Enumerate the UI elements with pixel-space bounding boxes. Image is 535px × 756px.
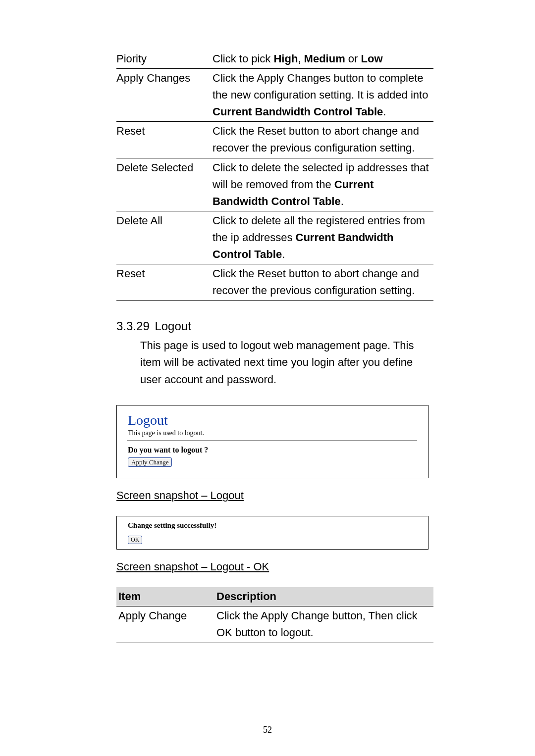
definition-table-2: Item Description Apply ChangeClick the A… — [116, 587, 433, 643]
table-desc-cell: Click the Reset button to abort change a… — [213, 264, 433, 301]
table-desc-cell: Click the Reset button to abort change a… — [213, 122, 433, 158]
table-desc-cell: Click to delete all the registered entri… — [213, 211, 433, 264]
section-body: This page is used to logout web manageme… — [116, 337, 432, 388]
table2-header-item: Item — [116, 587, 214, 606]
table2-header-desc: Description — [214, 587, 433, 606]
bold-text: Current Bandwidth Control Table — [213, 231, 394, 260]
panel-title: Logout — [128, 412, 418, 428]
document-page: PiorityClick to pick High, Medium or Low… — [0, 0, 535, 756]
table-item-cell: Delete All — [116, 211, 213, 264]
section-number: 3.3.29 — [116, 319, 150, 333]
table-row: Apply ChangesClick the Apply Changes but… — [116, 69, 433, 122]
bold-text: Low — [361, 52, 383, 65]
table-item-cell: Reset — [116, 122, 213, 158]
table-row: ResetClick the Reset button to abort cha… — [116, 122, 433, 158]
bold-text: High — [273, 52, 298, 65]
caption-logout-ok: Screen snapshot – Logout - OK — [116, 560, 441, 573]
panel-success-text: Change setting successfully! — [128, 521, 418, 530]
table-row: ResetClick the Reset button to abort cha… — [116, 264, 433, 301]
table-item-cell: Apply Changes — [116, 69, 213, 122]
table-desc-cell: Click to delete the selected ip addresse… — [213, 158, 433, 211]
bold-text: Current Bandwidth Control Table — [213, 178, 374, 207]
panel-subtitle: This page is used to logout. — [128, 429, 418, 437]
table-row: Delete SelectedClick to delete the selec… — [116, 158, 433, 211]
table-desc-cell: Click the Apply Change button, Then clic… — [214, 606, 433, 642]
table-desc-cell: Click the Apply Changes button to comple… — [213, 69, 433, 122]
page-number: 52 — [0, 725, 535, 735]
panel-question: Do you want to logout ? — [128, 446, 418, 454]
table-item-cell: Delete Selected — [116, 158, 213, 211]
screenshot-success-panel: Change setting successfully! OK — [116, 516, 428, 549]
table-row: Delete AllClick to delete all the regist… — [116, 211, 433, 264]
ok-button[interactable]: OK — [128, 536, 142, 544]
screenshot-logout-panel: Logout This page is used to logout. Do y… — [116, 405, 428, 479]
table-item-cell: Reset — [116, 264, 213, 301]
bold-text: Current Bandwidth Control Table — [213, 105, 383, 118]
table-item-cell: Apply Change — [116, 606, 214, 642]
table-item-cell: Piority — [116, 50, 213, 69]
bold-text: Medium — [304, 52, 345, 65]
section-title: Logout — [155, 319, 191, 333]
table-desc-cell: Click to pick High, Medium or Low — [213, 50, 433, 69]
apply-change-button[interactable]: Apply Change — [128, 457, 172, 467]
section-heading: 3.3.29 Logout — [116, 319, 441, 333]
table-row: PiorityClick to pick High, Medium or Low — [116, 50, 433, 69]
definition-table-1: PiorityClick to pick High, Medium or Low… — [116, 50, 433, 301]
caption-logout: Screen snapshot – Logout — [116, 489, 441, 502]
table-row: Apply ChangeClick the Apply Change butto… — [116, 606, 433, 642]
panel-divider — [127, 440, 417, 441]
